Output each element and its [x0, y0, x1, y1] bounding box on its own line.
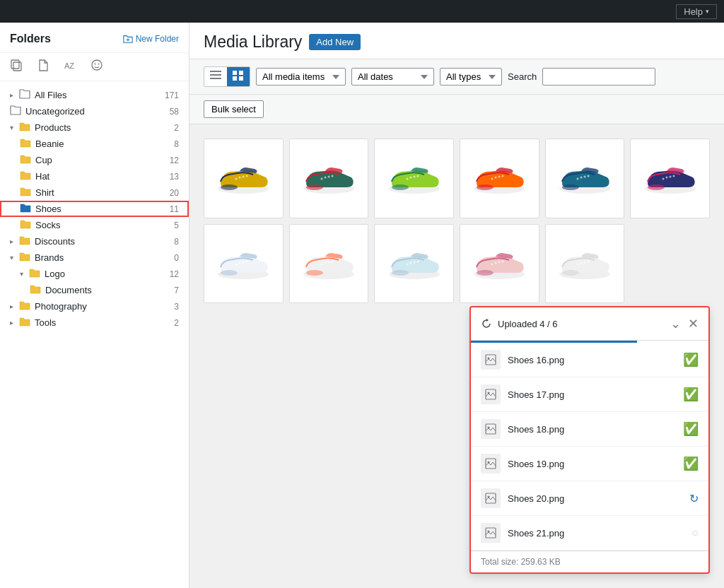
svg-point-22	[306, 184, 323, 190]
upload-file-left: Shoes 19.png	[481, 454, 564, 474]
svg-point-16	[221, 184, 238, 190]
svg-rect-10	[210, 78, 221, 79]
upload-file-left: Shoes 17.png	[481, 384, 564, 404]
sidebar-item-count-shoes: 11	[170, 204, 179, 214]
upload-total-size: Total size: 259.63 KB	[481, 557, 561, 567]
sidebar-title: Folders	[10, 33, 51, 45]
sidebar: Folders New Folder AZ	[0, 23, 189, 588]
media-grid-item[interactable]	[545, 139, 625, 218]
svg-point-7	[98, 64, 100, 65]
sidebar-item-beanie[interactable]: Beanie 8	[0, 136, 189, 152]
sidebar-item-all-files[interactable]: ▸ All Files 171	[0, 87, 189, 103]
upload-close-button[interactable]: ✕	[688, 316, 699, 331]
svg-point-66	[409, 262, 411, 264]
sidebar-tree: ▸ All Files 171 Uncategorized 58 ▾ Produ…	[0, 81, 189, 336]
new-folder-button[interactable]: New Folder	[123, 34, 179, 44]
svg-point-70	[477, 270, 494, 276]
folder-icon-all-files	[19, 89, 30, 101]
type-filter-select[interactable]: All types PNG	[440, 68, 502, 86]
upload-file-name: Shoes 16.png	[508, 355, 564, 365]
svg-point-78	[580, 262, 582, 264]
sidebar-item-label-tools: Tools	[35, 317, 56, 328]
sidebar-item-label-shirt: Shirt	[35, 187, 54, 198]
folder-icon-shirt	[20, 187, 31, 199]
svg-point-90	[488, 496, 490, 498]
media-grid-item[interactable]	[374, 139, 454, 218]
list-view-button[interactable]	[204, 67, 227, 86]
svg-point-31	[413, 176, 415, 178]
sidebar-item-count-socks: 5	[174, 220, 179, 230]
sidebar-item-tools[interactable]: ▸ Tools 2	[0, 314, 189, 331]
sidebar-item-brands[interactable]: ▾ Brands 0	[0, 249, 189, 266]
sidebar-item-left-products: ▾ Products	[10, 122, 71, 134]
sidebar-item-uncategorized[interactable]: Uncategorized 58	[0, 103, 189, 119]
date-filter-select[interactable]: All dates January 2024	[351, 68, 434, 86]
svg-point-60	[324, 262, 326, 264]
sidebar-item-products[interactable]: ▾ Products 2	[0, 119, 189, 136]
svg-rect-12	[239, 71, 243, 75]
sidebar-item-label-uncategorized: Uncategorized	[25, 106, 85, 117]
media-grid-item[interactable]	[374, 224, 454, 304]
svg-point-26	[331, 175, 333, 177]
media-grid-item[interactable]	[289, 139, 369, 218]
svg-point-19	[243, 176, 245, 178]
sort-az-icon[interactable]: AZ	[64, 59, 76, 75]
upload-file-item: Shoes 16.png ✅	[471, 343, 708, 377]
upload-file-thumb-icon	[481, 350, 501, 370]
svg-point-74	[502, 261, 504, 263]
sidebar-item-documents[interactable]: Documents 7	[0, 282, 189, 298]
sidebar-item-logo[interactable]: ▾ Logo 12	[0, 266, 189, 282]
folder-icon-products	[19, 122, 30, 134]
sidebar-item-cup[interactable]: Cup 12	[0, 152, 189, 168]
media-grid-item[interactable]	[204, 224, 284, 304]
folder-icon-discounts	[19, 235, 30, 247]
upload-file-item: Shoes 17.png ✅	[471, 377, 708, 412]
sidebar-item-socks[interactable]: Socks 5	[0, 217, 189, 233]
upload-collapse-button[interactable]: ⌄	[670, 316, 681, 331]
grid-view-button[interactable]	[227, 67, 250, 86]
add-new-button[interactable]: Add New	[309, 34, 361, 50]
sidebar-toolbar: AZ	[0, 53, 189, 81]
sidebar-item-left-cup: Cup	[20, 154, 52, 166]
svg-point-62	[331, 261, 333, 263]
sidebar-item-count-tools: 2	[174, 318, 179, 328]
svg-point-64	[392, 270, 409, 276]
file-icon[interactable]	[37, 59, 49, 75]
media-filter-select[interactable]: All media items Images Audio	[256, 68, 346, 86]
sidebar-item-left-all-files: ▸ All Files	[10, 89, 67, 101]
media-grid-item[interactable]	[204, 139, 284, 218]
upload-file-left: Shoes 18.png	[481, 419, 564, 439]
emoji-icon[interactable]	[90, 59, 103, 75]
sidebar-item-photography[interactable]: ▸ Photography 3	[0, 298, 189, 314]
upload-status-done-icon: ✅	[683, 456, 699, 471]
svg-point-77	[576, 264, 578, 266]
content-area: Media Library Add New All media items Im…	[189, 23, 724, 588]
bulk-select-button[interactable]: Bulk select	[204, 100, 264, 118]
search-input[interactable]	[542, 68, 655, 86]
upload-file-thumb-icon	[481, 523, 501, 543]
sidebar-item-left-tools: ▸ Tools	[10, 317, 56, 329]
sidebar-item-hat[interactable]: Hat 13	[0, 168, 189, 184]
sidebar-item-discounts[interactable]: ▸ Discounts 8	[0, 233, 189, 249]
help-button[interactable]: Help ▾	[676, 4, 717, 19]
sidebar-item-count-shirt: 20	[170, 188, 179, 198]
sidebar-item-label-brands: Brands	[35, 252, 64, 263]
sidebar-item-shirt[interactable]: Shirt 20	[0, 184, 189, 201]
upload-file-thumb-icon	[481, 454, 501, 474]
help-arrow-icon: ▾	[706, 8, 709, 15]
media-grid-item[interactable]	[630, 139, 710, 218]
copy-icon[interactable]	[10, 59, 23, 75]
media-grid-item[interactable]	[460, 139, 539, 218]
folder-icon-photography	[19, 300, 30, 312]
folder-icon-beanie	[20, 138, 31, 150]
svg-point-6	[95, 64, 96, 65]
svg-point-44	[587, 175, 589, 177]
sidebar-header: Folders New Folder	[0, 23, 189, 53]
media-grid-item[interactable]	[289, 224, 369, 304]
sidebar-item-count-hat: 13	[170, 172, 179, 182]
media-grid-item[interactable]	[545, 224, 625, 304]
upload-file-name: Shoes 18.png	[508, 424, 564, 435]
svg-point-20	[246, 175, 248, 177]
sidebar-item-shoes[interactable]: Shoes 11	[0, 201, 189, 217]
media-grid-item[interactable]	[460, 224, 539, 304]
